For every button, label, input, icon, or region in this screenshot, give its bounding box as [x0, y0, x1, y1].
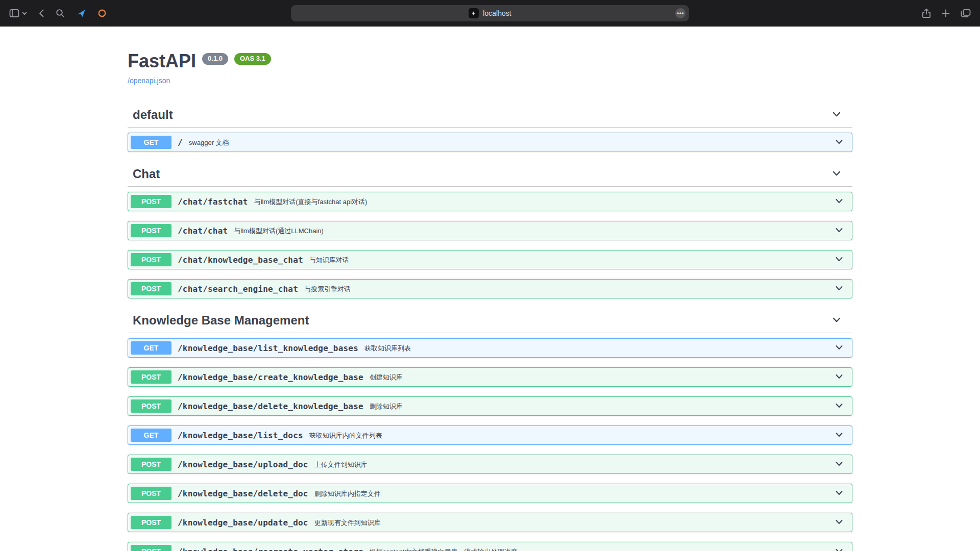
operation-row: POST /knowledge_base/delete_knowledge_ba…	[128, 396, 852, 416]
operation-summary[interactable]: POST /chat/knowledge_base_chat 与知识库对话	[128, 251, 852, 269]
operation-summary[interactable]: POST /chat/search_engine_chat 与搜索引擎对话	[128, 280, 852, 298]
operation-summary[interactable]: POST /knowledge_base/delete_doc 删除知识库内指定…	[128, 484, 852, 503]
operation-expand-button[interactable]	[829, 254, 849, 266]
method-badge: POST	[131, 458, 172, 471]
method-badge: POST	[131, 370, 172, 384]
operation-row: POST /knowledge_base/recreate_vector_sto…	[128, 542, 852, 551]
operation-row: GET /knowledge_base/list_docs 获取知识库内的文件列…	[128, 425, 852, 445]
api-title: FastAPI 0.1.0 OAS 3.1	[128, 50, 852, 72]
chevron-left-icon	[38, 9, 44, 18]
sidebar-toggle-button[interactable]	[9, 9, 27, 18]
url-more-icon[interactable]: •••	[675, 8, 685, 18]
url-bar[interactable]: localhost •••	[291, 5, 689, 21]
operation-path: /chat/search_engine_chat	[172, 284, 304, 294]
orange-ring-button[interactable]	[97, 9, 107, 18]
operation-description: 与llm模型对话(通过LLMChain)	[234, 226, 829, 236]
api-title-text: FastAPI	[128, 50, 196, 72]
sidebar-icon	[9, 9, 19, 18]
section-operations: GET /knowledge_base/list_knowledge_bases…	[128, 338, 852, 551]
url-text: localhost	[483, 9, 511, 17]
section-collapse-button[interactable]	[831, 168, 842, 181]
openapi-json-link[interactable]: /openapi.json	[128, 77, 170, 85]
api-section: default GET / swagger 文档	[128, 103, 852, 152]
chevron-up-icon	[831, 168, 842, 181]
tab-overview-button[interactable]	[961, 9, 971, 18]
operation-path: /chat/knowledge_base_chat	[172, 255, 309, 265]
site-favicon-icon	[469, 8, 479, 18]
chevron-up-icon	[831, 109, 842, 121]
browser-toolbar: localhost •••	[0, 0, 980, 27]
section-operations: GET / swagger 文档	[128, 133, 852, 152]
method-badge: GET	[131, 136, 172, 149]
operation-path: /knowledge_base/list_knowledge_bases	[172, 343, 364, 353]
operation-expand-button[interactable]	[829, 488, 849, 499]
chevron-down-icon	[834, 342, 844, 354]
swagger-page: FastAPI 0.1.0 OAS 3.1 /openapi.json defa…	[0, 27, 980, 551]
operation-expand-button[interactable]	[829, 342, 849, 354]
operation-expand-button[interactable]	[829, 400, 849, 412]
operation-expand-button[interactable]	[829, 283, 849, 295]
method-badge: POST	[131, 224, 172, 237]
operation-description: 更新现有文件到知识库	[314, 517, 829, 528]
operation-summary[interactable]: POST /knowledge_base/delete_knowledge_ba…	[128, 397, 852, 415]
method-badge: POST	[131, 516, 172, 529]
chevron-down-icon	[834, 517, 844, 529]
section-header[interactable]: default	[128, 103, 852, 128]
method-badge: POST	[131, 253, 172, 266]
operation-expand-button[interactable]	[829, 459, 849, 470]
method-badge: POST	[131, 487, 172, 500]
new-tab-button[interactable]	[941, 9, 950, 18]
operation-expand-button[interactable]	[829, 430, 849, 441]
operation-row: POST /knowledge_base/upload_doc 上传文件到知识库	[128, 455, 852, 474]
method-badge: POST	[131, 399, 172, 413]
operation-description: 获取知识库内的文件列表	[309, 430, 829, 440]
operation-summary[interactable]: POST /knowledge_base/create_knowledge_ba…	[128, 368, 852, 386]
operation-description: 删除知识库内指定文件	[314, 488, 829, 498]
operation-expand-button[interactable]	[829, 371, 849, 383]
blue-app-button[interactable]	[76, 8, 86, 18]
search-button[interactable]	[56, 9, 65, 18]
operation-summary[interactable]: GET /knowledge_base/list_knowledge_bases…	[128, 339, 852, 357]
operation-expand-button[interactable]	[829, 137, 849, 148]
operation-summary[interactable]: GET /knowledge_base/list_docs 获取知识库内的文件列…	[128, 426, 852, 444]
section-collapse-button[interactable]	[831, 314, 842, 327]
operation-summary[interactable]: POST /chat/fastchat 与llm模型对话(直接与fastchat…	[128, 192, 852, 211]
version-badge: 0.1.0	[202, 53, 228, 65]
operation-row: POST /chat/search_engine_chat 与搜索引擎对话	[128, 279, 852, 298]
api-section: Knowledge Base Management GET /knowledge…	[128, 308, 852, 551]
operation-summary[interactable]: POST /knowledge_base/upload_doc 上传文件到知识库	[128, 455, 852, 473]
share-button[interactable]	[922, 8, 931, 18]
chevron-down-icon	[834, 283, 844, 295]
section-title: Knowledge Base Management	[133, 313, 831, 328]
api-section: Chat POST /chat/fastchat 与llm模型对话(直接与fas…	[128, 162, 852, 298]
operation-row: GET / swagger 文档	[128, 133, 852, 152]
method-badge: POST	[131, 282, 172, 295]
section-header[interactable]: Knowledge Base Management	[128, 308, 852, 333]
section-title: default	[133, 108, 831, 122]
api-info: FastAPI 0.1.0 OAS 3.1 /openapi.json	[128, 50, 852, 85]
operation-summary[interactable]: POST /chat/chat 与llm模型对话(通过LLMChain)	[128, 221, 852, 240]
operation-description: 与llm模型对话(直接与fastchat api对话)	[254, 196, 829, 207]
operation-row: POST /knowledge_base/update_doc 更新现有文件到知…	[128, 513, 852, 532]
operation-path: /knowledge_base/delete_doc	[172, 489, 314, 498]
operation-expand-button[interactable]	[829, 546, 849, 551]
operation-expand-button[interactable]	[829, 225, 849, 237]
back-button[interactable]	[38, 9, 44, 18]
operation-summary[interactable]: POST /knowledge_base/recreate_vector_sto…	[128, 542, 852, 551]
chevron-down-icon	[834, 137, 844, 148]
operation-path: /knowledge_base/update_doc	[172, 518, 314, 528]
section-collapse-button[interactable]	[831, 109, 842, 121]
chevron-down-icon	[834, 488, 844, 499]
operation-summary[interactable]: POST /knowledge_base/update_doc 更新现有文件到知…	[128, 513, 852, 532]
tabs-icon	[961, 9, 971, 18]
chevron-down-icon	[834, 400, 844, 412]
operation-expand-button[interactable]	[829, 196, 849, 208]
chevron-down-icon	[834, 371, 844, 383]
operation-summary[interactable]: GET / swagger 文档	[128, 133, 852, 152]
operation-row: POST /knowledge_base/create_knowledge_ba…	[128, 367, 852, 387]
section-operations: POST /chat/fastchat 与llm模型对话(直接与fastchat…	[128, 192, 852, 298]
operation-expand-button[interactable]	[829, 517, 849, 529]
operation-row: GET /knowledge_base/list_knowledge_bases…	[128, 338, 852, 358]
section-header[interactable]: Chat	[128, 162, 852, 187]
operation-path: /chat/chat	[172, 226, 234, 236]
